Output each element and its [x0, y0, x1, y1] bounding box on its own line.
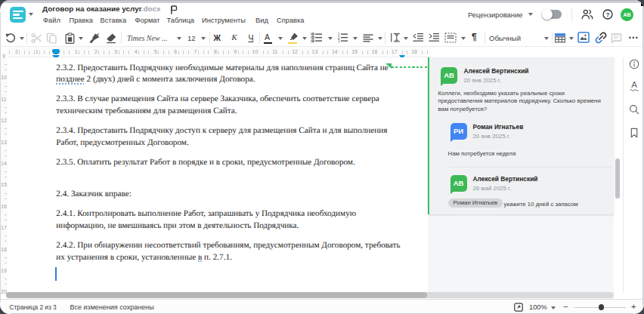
svg-text:?: ?	[606, 11, 610, 18]
svg-text:А: А	[631, 80, 637, 89]
svg-text:3: 3	[338, 39, 340, 43]
